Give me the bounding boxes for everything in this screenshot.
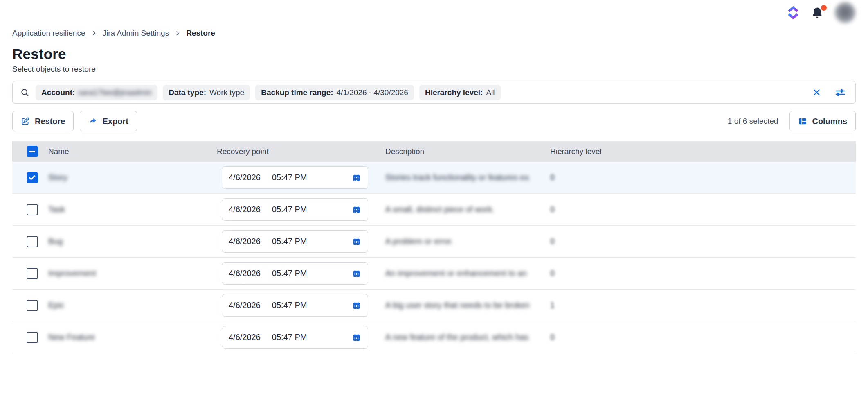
- breadcrumb-current: Restore: [186, 29, 215, 38]
- recovery-date: 4/6/2026: [229, 333, 261, 342]
- recovery-time: 05:47 PM: [272, 269, 307, 278]
- calendar-icon[interactable]: [352, 237, 361, 246]
- row-description: Stories track functionality or features …: [378, 173, 529, 182]
- clear-filters-icon[interactable]: [812, 88, 821, 97]
- recovery-point-input[interactable]: 4/6/2026 05:47 PM: [222, 262, 368, 285]
- header-description: Description: [378, 147, 543, 156]
- notification-badge: [821, 5, 827, 11]
- row-hierarchy: 0: [543, 205, 856, 214]
- edit-icon: [21, 117, 30, 126]
- chip-label: Account:: [41, 88, 75, 97]
- calendar-icon[interactable]: [352, 301, 361, 310]
- recovery-date: 4/6/2026: [229, 173, 261, 182]
- export-button[interactable]: Export: [80, 111, 137, 131]
- row-hierarchy: 0: [543, 173, 856, 182]
- recovery-date: 4/6/2026: [229, 269, 261, 278]
- row-name: Epic: [41, 301, 209, 310]
- chip-value: All: [486, 88, 495, 97]
- row-name: Bug: [41, 237, 209, 246]
- table-header-row: Name Recovery point Description Hierarch…: [12, 141, 856, 162]
- row-description: A small, distinct piece of work.: [378, 205, 529, 214]
- row-hierarchy: 1: [543, 301, 856, 310]
- selection-status: 1 of 6 selected: [728, 117, 778, 126]
- table-row: Improvement 4/6/2026 05:47 PM: [12, 258, 856, 290]
- filter-chip-account[interactable]: Account: sara17lee@jiraadmin: [36, 85, 157, 100]
- filter-settings-icon[interactable]: [835, 87, 846, 98]
- header-name: Name: [41, 147, 209, 156]
- row-name: Improvement: [41, 269, 209, 278]
- chip-label: Data type:: [169, 88, 206, 97]
- row-hierarchy: 0: [543, 269, 856, 278]
- filter-chip-data-type[interactable]: Data type: Work type: [163, 85, 250, 100]
- sparkle-ai-icon[interactable]: [786, 6, 800, 20]
- row-checkbox[interactable]: [27, 172, 38, 183]
- restore-table: Name Recovery point Description Hierarch…: [12, 141, 856, 353]
- breadcrumb: Application resilience Jira Admin Settin…: [12, 29, 215, 38]
- page-subtitle: Select objects to restore: [12, 65, 96, 74]
- recovery-date: 4/6/2026: [229, 301, 261, 310]
- page-title: Restore: [12, 46, 66, 62]
- row-checkbox[interactable]: [27, 332, 38, 343]
- recovery-time: 05:47 PM: [272, 205, 307, 214]
- recovery-point-input[interactable]: 4/6/2026 05:47 PM: [222, 166, 368, 189]
- columns-button[interactable]: Columns: [789, 111, 856, 131]
- table-row: Bug 4/6/2026 05:47 PM: [12, 226, 856, 258]
- restore-button-label: Restore: [35, 117, 65, 126]
- export-button-label: Export: [102, 117, 128, 126]
- select-all-checkbox[interactable]: [27, 146, 38, 157]
- header-hierarchy-level: Hierarchy level: [543, 147, 856, 156]
- recovery-date: 4/6/2026: [229, 237, 261, 246]
- calendar-icon[interactable]: [352, 205, 361, 214]
- chevron-right-icon: [91, 30, 97, 36]
- breadcrumb-jira-admin-settings[interactable]: Jira Admin Settings: [103, 29, 169, 38]
- chip-label: Hierarchy level:: [425, 88, 483, 97]
- row-checkbox[interactable]: [27, 300, 38, 311]
- notification-bell-icon[interactable]: [811, 6, 824, 19]
- table-row: Task 4/6/2026 05:47 PM: [12, 194, 856, 226]
- row-hierarchy: 0: [543, 333, 856, 342]
- recovery-point-input[interactable]: 4/6/2026 05:47 PM: [222, 294, 368, 317]
- row-checkbox[interactable]: [27, 236, 38, 247]
- search-icon: [20, 88, 30, 97]
- toolbar: Restore Export 1 of 6 selected Columns: [12, 111, 856, 131]
- row-name: Story: [41, 173, 209, 182]
- filter-bar: Account: sara17lee@jiraadmin Data type: …: [12, 81, 856, 104]
- row-hierarchy: 0: [543, 237, 856, 246]
- calendar-icon[interactable]: [352, 333, 361, 342]
- chip-value: 4/1/2026 - 4/30/2026: [337, 88, 408, 97]
- table-row: Epic 4/6/2026 05:47 PM: [12, 290, 856, 321]
- table-row: New Feature 4/6/2026 05:47 PM: [12, 321, 856, 353]
- columns-button-label: Columns: [812, 117, 847, 126]
- calendar-icon[interactable]: [352, 269, 361, 278]
- filter-chip-hierarchy-level[interactable]: Hierarchy level: All: [419, 85, 501, 100]
- recovery-time: 05:47 PM: [272, 301, 307, 310]
- filter-chips: Account: sara17lee@jiraadmin Data type: …: [36, 85, 501, 100]
- chip-value: Work type: [209, 88, 244, 97]
- recovery-point-input[interactable]: 4/6/2026 05:47 PM: [222, 198, 368, 221]
- recovery-time: 05:47 PM: [272, 333, 307, 342]
- row-checkbox[interactable]: [27, 268, 38, 279]
- row-description: A big user story that needs to be broken…: [378, 301, 529, 310]
- chip-label: Backup time range:: [261, 88, 333, 97]
- row-description: An improvement or enhancement to an exis…: [378, 269, 529, 278]
- chip-value-redacted: sara17lee@jiraadmin: [78, 88, 152, 97]
- header-recovery-point: Recovery point: [209, 147, 378, 156]
- user-avatar[interactable]: [834, 2, 856, 23]
- calendar-icon[interactable]: [352, 173, 361, 182]
- breadcrumb-application-resilience[interactable]: Application resilience: [12, 29, 85, 38]
- filter-chip-backup-time-range[interactable]: Backup time range: 4/1/2026 - 4/30/2026: [255, 85, 414, 100]
- restore-button[interactable]: Restore: [12, 111, 74, 131]
- row-checkbox[interactable]: [27, 204, 38, 215]
- row-name: New Feature: [41, 333, 209, 342]
- recovery-point-input[interactable]: 4/6/2026 05:47 PM: [222, 326, 368, 349]
- row-name: Task: [41, 205, 209, 214]
- table-row: Story 4/6/2026 05:47 PM: [12, 162, 856, 194]
- chevron-right-icon: [175, 30, 180, 36]
- columns-grid-icon: [798, 117, 807, 126]
- recovery-time: 05:47 PM: [272, 173, 307, 182]
- row-description: A problem or error.: [378, 237, 529, 246]
- row-description: A new feature of the product, which has …: [378, 333, 529, 342]
- recovery-time: 05:47 PM: [272, 237, 307, 246]
- export-icon: [88, 117, 97, 126]
- recovery-point-input[interactable]: 4/6/2026 05:47 PM: [222, 230, 368, 253]
